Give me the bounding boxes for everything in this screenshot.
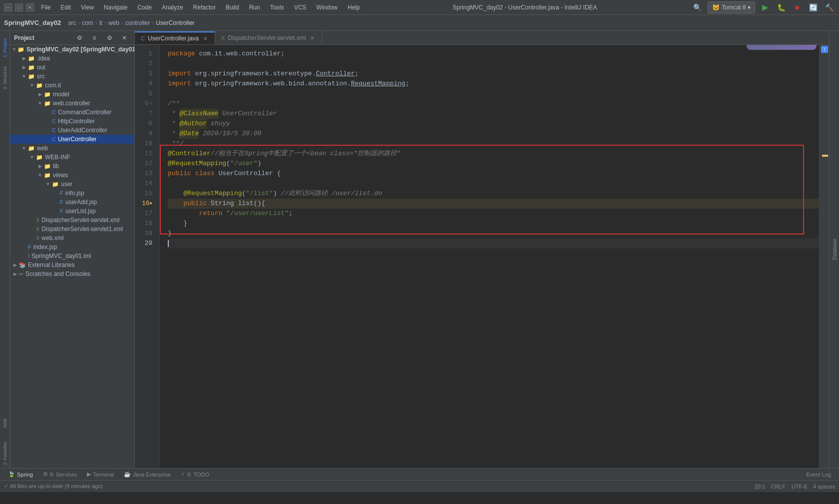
- breadcrumb-it[interactable]: it: [99, 19, 102, 26]
- menu-edit[interactable]: Edit: [58, 3, 73, 12]
- bottom-tab-javaenterprise[interactable]: ☕ Java Enterprise: [120, 470, 175, 479]
- project-settings-button[interactable]: ⚙: [73, 32, 85, 44]
- breadcrumb-com[interactable]: com: [82, 19, 93, 26]
- code-comment: *: [168, 129, 179, 139]
- tree-item-springmvc[interactable]: ▼ 📁 SpringMVC_day02 [SpringMVC_day01]: [10, 45, 134, 54]
- breadcrumb-web[interactable]: web: [108, 19, 119, 26]
- tab-close-usercontroller[interactable]: ✕: [202, 35, 209, 42]
- folder-icon-src: 📁: [28, 73, 35, 80]
- menu-run[interactable]: Run: [247, 3, 262, 12]
- breadcrumb-controller[interactable]: controller: [125, 19, 150, 26]
- tab-close-dispatcherservlet[interactable]: ✕: [309, 34, 316, 41]
- maximize-button[interactable]: □: [15, 3, 23, 11]
- code-content[interactable]: package com.it.web.controller; import or…: [160, 45, 819, 468]
- tree-item-scratches[interactable]: ▶ ✏ Scratches and Consoles: [10, 269, 134, 278]
- linenum-3: 3: [135, 69, 155, 79]
- sidebar-web-icon[interactable]: Web: [0, 408, 10, 438]
- indent[interactable]: 4 spaces: [813, 484, 835, 490]
- run-button[interactable]: ▶: [759, 1, 771, 13]
- tree-label-springmvciml: SpringMVC_day01.iml: [31, 252, 91, 259]
- project-close-button[interactable]: ✕: [118, 32, 130, 44]
- tree-item-web[interactable]: ▼ 📁 web: [10, 144, 134, 153]
- charset[interactable]: UTF-8: [792, 484, 807, 490]
- tree-item-webxml[interactable]: ▶ X web.xml: [10, 234, 134, 243]
- search-everywhere-button[interactable]: 🔍: [692, 1, 704, 13]
- menu-code[interactable]: Code: [135, 3, 154, 12]
- tab-icon-java: C: [141, 35, 145, 41]
- tree-label-user: user: [61, 181, 72, 188]
- code-javadoc-tag: @Author: [179, 119, 207, 129]
- bottom-tab-terminal[interactable]: ▶ Terminal: [83, 470, 118, 479]
- stop-button[interactable]: ■: [791, 1, 803, 13]
- linenum-10: 10: [135, 139, 155, 149]
- tab-dispatcherservlet[interactable]: X DispatcherServlet-servlet.xml ✕: [215, 31, 322, 44]
- tree-item-useraddcontroller[interactable]: ▶ C UserAddController: [10, 126, 134, 135]
- tree-item-httpcontroller[interactable]: ▶ C HttpController: [10, 117, 134, 126]
- code-javadoc-tag: @ClassName: [179, 109, 218, 119]
- folder-icon-web: 📁: [28, 145, 35, 152]
- linenum-17: 17: [135, 209, 155, 219]
- tree-item-comit[interactable]: ▼ 📁 com.it: [10, 81, 134, 90]
- breadcrumb-src[interactable]: src: [68, 19, 76, 26]
- sidebar-project-icon[interactable]: 1: Project: [0, 33, 10, 63]
- menu-refactor[interactable]: Refactor: [191, 3, 218, 12]
- tree-item-out[interactable]: ▶ 📁 out: [10, 63, 134, 72]
- close-button[interactable]: ✕: [26, 3, 34, 11]
- menu-build[interactable]: Build: [224, 3, 241, 12]
- tree-item-webcontroller[interactable]: ▼ 📁 web.controller: [10, 99, 134, 108]
- bottom-tab-todo[interactable]: ✓ 6: TODO: [177, 470, 213, 479]
- menu-view[interactable]: View: [79, 3, 96, 12]
- menu-vcs[interactable]: VCS: [292, 3, 309, 12]
- run-configuration[interactable]: 🐱 Tomcat 8 ▾: [708, 1, 755, 13]
- project-layout-button[interactable]: ≡: [88, 32, 100, 44]
- status-check-icon: ✓: [4, 483, 8, 489]
- menu-tools[interactable]: Tools: [268, 3, 286, 12]
- build-button[interactable]: 🔨: [823, 1, 835, 13]
- tab-usercontroller[interactable]: C UserController.java ✕: [135, 31, 215, 44]
- code-text: [222, 209, 226, 219]
- sidebar-favorites-icon[interactable]: 2: Favorites: [0, 438, 10, 468]
- menu-navigate[interactable]: Navigate: [102, 3, 129, 12]
- tree-item-useraddjsp[interactable]: ▶ F userAdd.jsp: [10, 198, 134, 207]
- breadcrumb-usercontroller[interactable]: UserController: [156, 19, 194, 26]
- tree-item-lib[interactable]: ▶ 📁 lib: [10, 162, 134, 171]
- tree-item-userlistjsp[interactable]: ▶ F userList.jsp: [10, 207, 134, 216]
- tree-item-idea[interactable]: ▶ 📁 .idea: [10, 54, 134, 63]
- database-icon[interactable]: Database: [830, 235, 839, 264]
- tree-item-dispatcherxml1[interactable]: ▶ X DispatcherServlet-servlet1.xml: [10, 225, 134, 234]
- linenum-5: 5: [135, 89, 155, 99]
- menu-analyze[interactable]: Analyze: [160, 3, 185, 12]
- tree-item-infojsp[interactable]: ▶ F info.jsp: [10, 189, 134, 198]
- tree-item-views[interactable]: ▼ 📁 views: [10, 171, 134, 180]
- sync-button[interactable]: 🔄: [807, 1, 819, 13]
- menu-help[interactable]: Help: [346, 3, 362, 12]
- debug-button[interactable]: 🐛: [775, 1, 787, 13]
- menu-window[interactable]: Window: [314, 3, 340, 12]
- linenum-20: 20: [135, 239, 155, 249]
- tree-item-user[interactable]: ▼ 📁 user: [10, 180, 134, 189]
- bottom-tab-eventlog[interactable]: Event Log: [802, 471, 835, 479]
- error-indicator[interactable]: !: [821, 46, 828, 53]
- tree-item-extlibs[interactable]: ▶ 📚 External Libraries: [10, 260, 134, 269]
- linenum-16: 16●: [135, 199, 155, 209]
- tree-item-springmvciml[interactable]: ▶ I SpringMVC_day01.iml: [10, 252, 134, 260]
- menu-file[interactable]: File: [39, 3, 52, 12]
- tree-item-commandcontroller[interactable]: ▶ C CommandController: [10, 108, 134, 117]
- tree-item-usercontroller[interactable]: ▶ C UserController: [10, 135, 134, 144]
- minimize-button[interactable]: —: [4, 3, 12, 11]
- code-editor[interactable]: 1 2 3 4 5 6⊙ 7 8 9 10 11 12 13 14 15 16●: [135, 45, 829, 468]
- window-controls[interactable]: — □ ✕: [4, 3, 34, 11]
- editor-area: C UserController.java ✕ X DispatcherServ…: [135, 31, 829, 468]
- cursor-position[interactable]: 20:1: [755, 484, 765, 490]
- breadcrumb-sep3: ›: [104, 19, 106, 26]
- project-gear-button[interactable]: ⚙: [103, 32, 115, 44]
- sidebar-structure-icon[interactable]: 2: Structure: [0, 63, 10, 93]
- bottom-tab-spring[interactable]: 🍃 Spring: [4, 470, 37, 479]
- tree-item-model[interactable]: ▶ 📁 model: [10, 90, 134, 99]
- bottom-tab-services[interactable]: ⚙ 8: Services: [39, 470, 81, 479]
- tree-item-dispatcherxml[interactable]: ▶ X DispatcherServlet-servlet.xml: [10, 216, 134, 225]
- tree-item-webinf[interactable]: ▼ 📁 WEB-INF: [10, 153, 134, 162]
- line-separator[interactable]: CRLF: [771, 484, 786, 490]
- tree-item-src[interactable]: ▼ 📁 src: [10, 72, 134, 81]
- tree-item-indexjsp[interactable]: ▶ F index.jsp: [10, 243, 134, 252]
